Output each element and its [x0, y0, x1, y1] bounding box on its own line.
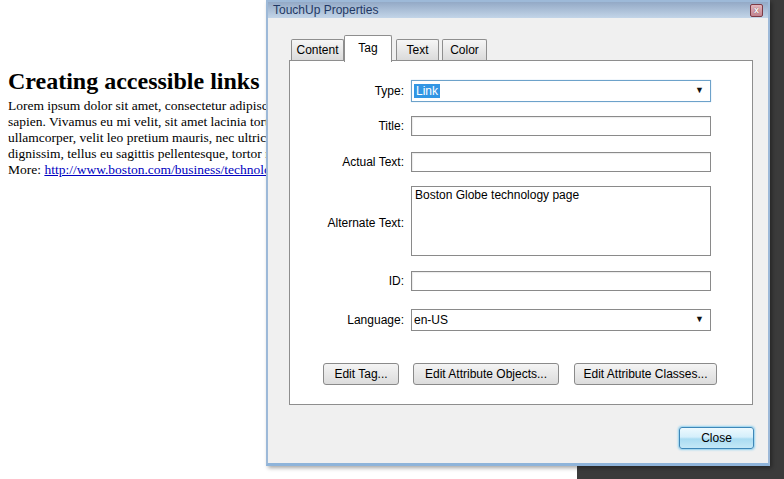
document-heading: Creating accessible links [8, 68, 260, 95]
title-label: Title: [290, 119, 404, 133]
document-paragraph-line: Lorem ipsum dolor sit amet, consectetur … [8, 98, 294, 114]
actual-text-label: Actual Text: [290, 155, 404, 169]
touchup-properties-dialog: TouchUp Properties x Content Tag Text Co… [266, 0, 770, 466]
document-paragraph-line: ullamcorper, velit leo pretium mauris, n… [8, 130, 291, 146]
actual-text-input[interactable] [411, 152, 711, 172]
close-button[interactable]: Close [679, 427, 754, 449]
tab-tag[interactable]: Tag [344, 35, 392, 62]
document-more-line: More: http://www.boston.com/business/tec… [8, 162, 288, 178]
chevron-down-icon[interactable]: ▼ [695, 314, 704, 324]
close-icon[interactable]: x [750, 4, 763, 17]
edit-attribute-objects-button[interactable]: Edit Attribute Objects... [413, 363, 559, 385]
tab-color[interactable]: Color [442, 39, 487, 61]
title-input[interactable] [411, 116, 711, 136]
edit-attribute-classes-button[interactable]: Edit Attribute Classes... [574, 363, 717, 385]
id-input[interactable] [411, 271, 711, 291]
document-paragraph-line: dignissim, tellus eu sagittis pellentesq… [8, 146, 291, 162]
tag-tab-panel: Type: Link ▼ Title: Actual Text: Alterna… [289, 60, 753, 405]
chevron-down-icon[interactable]: ▼ [695, 85, 704, 95]
id-label: ID: [290, 274, 404, 288]
type-value: Link [414, 84, 440, 98]
tab-content[interactable]: Content [291, 39, 344, 61]
tab-text[interactable]: Text [396, 39, 439, 61]
more-label: More: [8, 162, 44, 177]
document-hyperlink[interactable]: http://www.boston.com/business/technolog… [44, 162, 288, 177]
type-label: Type: [290, 84, 404, 98]
document-paragraph-line: sapien. Vivamus eu mi velit, sit amet la… [8, 114, 295, 130]
alternate-text-label: Alternate Text: [290, 216, 404, 230]
type-combobox[interactable]: Link ▼ [411, 80, 711, 102]
alternate-text-textarea[interactable]: Boston Globe technology page [411, 186, 711, 256]
language-combobox[interactable]: en-US ▼ [411, 309, 711, 331]
dialog-titlebar[interactable]: TouchUp Properties x [268, 2, 768, 18]
edit-tag-button[interactable]: Edit Tag... [323, 363, 399, 385]
language-value: en-US [414, 313, 448, 327]
language-label: Language: [290, 313, 404, 327]
dialog-title: TouchUp Properties [273, 3, 378, 17]
